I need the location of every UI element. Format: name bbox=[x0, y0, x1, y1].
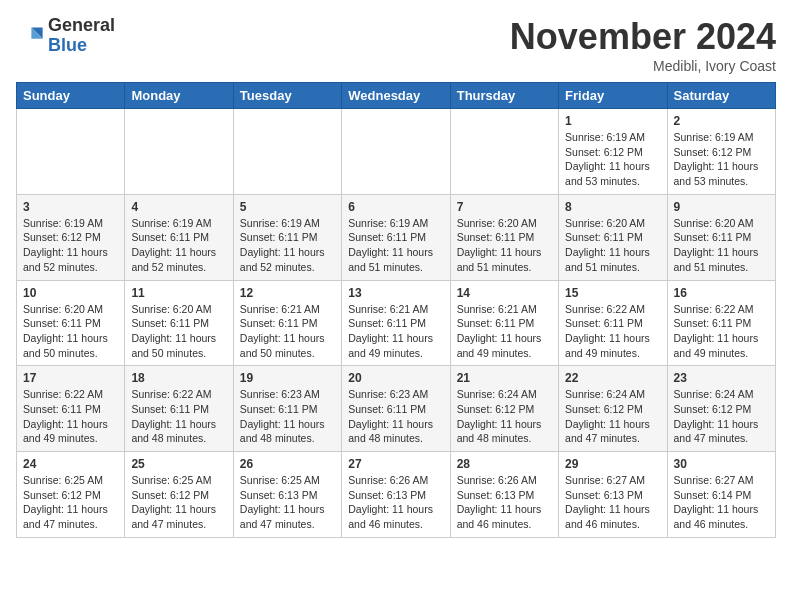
calendar-cell: 10Sunrise: 6:20 AM Sunset: 6:11 PM Dayli… bbox=[17, 280, 125, 366]
day-info: Sunrise: 6:20 AM Sunset: 6:11 PM Dayligh… bbox=[674, 216, 769, 275]
day-number: 8 bbox=[565, 200, 660, 214]
day-info: Sunrise: 6:26 AM Sunset: 6:13 PM Dayligh… bbox=[348, 473, 443, 532]
calendar-cell: 23Sunrise: 6:24 AM Sunset: 6:12 PM Dayli… bbox=[667, 366, 775, 452]
day-info: Sunrise: 6:20 AM Sunset: 6:11 PM Dayligh… bbox=[23, 302, 118, 361]
day-info: Sunrise: 6:27 AM Sunset: 6:13 PM Dayligh… bbox=[565, 473, 660, 532]
week-row-2: 3Sunrise: 6:19 AM Sunset: 6:12 PM Daylig… bbox=[17, 194, 776, 280]
calendar-cell bbox=[233, 109, 341, 195]
calendar-cell: 22Sunrise: 6:24 AM Sunset: 6:12 PM Dayli… bbox=[559, 366, 667, 452]
day-info: Sunrise: 6:21 AM Sunset: 6:11 PM Dayligh… bbox=[348, 302, 443, 361]
calendar-cell: 6Sunrise: 6:19 AM Sunset: 6:11 PM Daylig… bbox=[342, 194, 450, 280]
location: Medibli, Ivory Coast bbox=[510, 58, 776, 74]
calendar-cell: 20Sunrise: 6:23 AM Sunset: 6:11 PM Dayli… bbox=[342, 366, 450, 452]
day-number: 24 bbox=[23, 457, 118, 471]
logo-general: General bbox=[48, 16, 115, 36]
day-info: Sunrise: 6:20 AM Sunset: 6:11 PM Dayligh… bbox=[565, 216, 660, 275]
calendar-cell: 14Sunrise: 6:21 AM Sunset: 6:11 PM Dayli… bbox=[450, 280, 558, 366]
logo-blue: Blue bbox=[48, 36, 115, 56]
day-number: 19 bbox=[240, 371, 335, 385]
day-info: Sunrise: 6:26 AM Sunset: 6:13 PM Dayligh… bbox=[457, 473, 552, 532]
calendar-cell: 5Sunrise: 6:19 AM Sunset: 6:11 PM Daylig… bbox=[233, 194, 341, 280]
day-number: 26 bbox=[240, 457, 335, 471]
day-number: 15 bbox=[565, 286, 660, 300]
weekday-header-wednesday: Wednesday bbox=[342, 83, 450, 109]
day-number: 1 bbox=[565, 114, 660, 128]
day-number: 25 bbox=[131, 457, 226, 471]
day-number: 6 bbox=[348, 200, 443, 214]
day-info: Sunrise: 6:19 AM Sunset: 6:11 PM Dayligh… bbox=[240, 216, 335, 275]
weekday-header-sunday: Sunday bbox=[17, 83, 125, 109]
day-number: 11 bbox=[131, 286, 226, 300]
day-number: 3 bbox=[23, 200, 118, 214]
page-header: General Blue November 2024 Medibli, Ivor… bbox=[16, 16, 776, 74]
day-number: 2 bbox=[674, 114, 769, 128]
calendar-cell: 2Sunrise: 6:19 AM Sunset: 6:12 PM Daylig… bbox=[667, 109, 775, 195]
calendar-cell: 18Sunrise: 6:22 AM Sunset: 6:11 PM Dayli… bbox=[125, 366, 233, 452]
calendar-cell: 4Sunrise: 6:19 AM Sunset: 6:11 PM Daylig… bbox=[125, 194, 233, 280]
day-number: 12 bbox=[240, 286, 335, 300]
day-info: Sunrise: 6:19 AM Sunset: 6:11 PM Dayligh… bbox=[131, 216, 226, 275]
day-number: 27 bbox=[348, 457, 443, 471]
week-row-5: 24Sunrise: 6:25 AM Sunset: 6:12 PM Dayli… bbox=[17, 452, 776, 538]
calendar-cell: 3Sunrise: 6:19 AM Sunset: 6:12 PM Daylig… bbox=[17, 194, 125, 280]
day-info: Sunrise: 6:25 AM Sunset: 6:13 PM Dayligh… bbox=[240, 473, 335, 532]
day-number: 10 bbox=[23, 286, 118, 300]
day-info: Sunrise: 6:19 AM Sunset: 6:12 PM Dayligh… bbox=[674, 130, 769, 189]
calendar-cell: 16Sunrise: 6:22 AM Sunset: 6:11 PM Dayli… bbox=[667, 280, 775, 366]
week-row-4: 17Sunrise: 6:22 AM Sunset: 6:11 PM Dayli… bbox=[17, 366, 776, 452]
day-number: 29 bbox=[565, 457, 660, 471]
day-info: Sunrise: 6:25 AM Sunset: 6:12 PM Dayligh… bbox=[131, 473, 226, 532]
calendar-cell bbox=[17, 109, 125, 195]
day-info: Sunrise: 6:19 AM Sunset: 6:12 PM Dayligh… bbox=[565, 130, 660, 189]
calendar-cell: 19Sunrise: 6:23 AM Sunset: 6:11 PM Dayli… bbox=[233, 366, 341, 452]
day-number: 13 bbox=[348, 286, 443, 300]
weekday-header-tuesday: Tuesday bbox=[233, 83, 341, 109]
day-number: 22 bbox=[565, 371, 660, 385]
day-info: Sunrise: 6:22 AM Sunset: 6:11 PM Dayligh… bbox=[565, 302, 660, 361]
weekday-header-friday: Friday bbox=[559, 83, 667, 109]
day-info: Sunrise: 6:24 AM Sunset: 6:12 PM Dayligh… bbox=[565, 387, 660, 446]
day-info: Sunrise: 6:19 AM Sunset: 6:11 PM Dayligh… bbox=[348, 216, 443, 275]
day-info: Sunrise: 6:22 AM Sunset: 6:11 PM Dayligh… bbox=[131, 387, 226, 446]
calendar-cell: 11Sunrise: 6:20 AM Sunset: 6:11 PM Dayli… bbox=[125, 280, 233, 366]
calendar-cell: 15Sunrise: 6:22 AM Sunset: 6:11 PM Dayli… bbox=[559, 280, 667, 366]
day-number: 28 bbox=[457, 457, 552, 471]
calendar-cell bbox=[125, 109, 233, 195]
weekday-header-saturday: Saturday bbox=[667, 83, 775, 109]
day-info: Sunrise: 6:23 AM Sunset: 6:11 PM Dayligh… bbox=[240, 387, 335, 446]
weekday-header-row: SundayMondayTuesdayWednesdayThursdayFrid… bbox=[17, 83, 776, 109]
week-row-1: 1Sunrise: 6:19 AM Sunset: 6:12 PM Daylig… bbox=[17, 109, 776, 195]
day-info: Sunrise: 6:27 AM Sunset: 6:14 PM Dayligh… bbox=[674, 473, 769, 532]
day-info: Sunrise: 6:21 AM Sunset: 6:11 PM Dayligh… bbox=[457, 302, 552, 361]
calendar-cell: 30Sunrise: 6:27 AM Sunset: 6:14 PM Dayli… bbox=[667, 452, 775, 538]
day-number: 23 bbox=[674, 371, 769, 385]
day-number: 9 bbox=[674, 200, 769, 214]
calendar-cell: 25Sunrise: 6:25 AM Sunset: 6:12 PM Dayli… bbox=[125, 452, 233, 538]
logo-text: General Blue bbox=[48, 16, 115, 56]
calendar-cell: 21Sunrise: 6:24 AM Sunset: 6:12 PM Dayli… bbox=[450, 366, 558, 452]
day-info: Sunrise: 6:20 AM Sunset: 6:11 PM Dayligh… bbox=[457, 216, 552, 275]
logo-icon bbox=[16, 22, 44, 50]
calendar-cell: 12Sunrise: 6:21 AM Sunset: 6:11 PM Dayli… bbox=[233, 280, 341, 366]
day-number: 18 bbox=[131, 371, 226, 385]
day-number: 16 bbox=[674, 286, 769, 300]
calendar-cell: 17Sunrise: 6:22 AM Sunset: 6:11 PM Dayli… bbox=[17, 366, 125, 452]
weekday-header-monday: Monday bbox=[125, 83, 233, 109]
day-info: Sunrise: 6:25 AM Sunset: 6:12 PM Dayligh… bbox=[23, 473, 118, 532]
day-number: 14 bbox=[457, 286, 552, 300]
day-info: Sunrise: 6:24 AM Sunset: 6:12 PM Dayligh… bbox=[674, 387, 769, 446]
calendar-cell: 26Sunrise: 6:25 AM Sunset: 6:13 PM Dayli… bbox=[233, 452, 341, 538]
calendar-cell: 29Sunrise: 6:27 AM Sunset: 6:13 PM Dayli… bbox=[559, 452, 667, 538]
day-info: Sunrise: 6:23 AM Sunset: 6:11 PM Dayligh… bbox=[348, 387, 443, 446]
day-number: 5 bbox=[240, 200, 335, 214]
day-info: Sunrise: 6:22 AM Sunset: 6:11 PM Dayligh… bbox=[23, 387, 118, 446]
day-number: 17 bbox=[23, 371, 118, 385]
calendar-cell: 13Sunrise: 6:21 AM Sunset: 6:11 PM Dayli… bbox=[342, 280, 450, 366]
month-title: November 2024 bbox=[510, 16, 776, 58]
day-info: Sunrise: 6:24 AM Sunset: 6:12 PM Dayligh… bbox=[457, 387, 552, 446]
calendar-cell: 28Sunrise: 6:26 AM Sunset: 6:13 PM Dayli… bbox=[450, 452, 558, 538]
day-number: 4 bbox=[131, 200, 226, 214]
calendar-cell: 24Sunrise: 6:25 AM Sunset: 6:12 PM Dayli… bbox=[17, 452, 125, 538]
day-number: 30 bbox=[674, 457, 769, 471]
calendar-cell: 1Sunrise: 6:19 AM Sunset: 6:12 PM Daylig… bbox=[559, 109, 667, 195]
